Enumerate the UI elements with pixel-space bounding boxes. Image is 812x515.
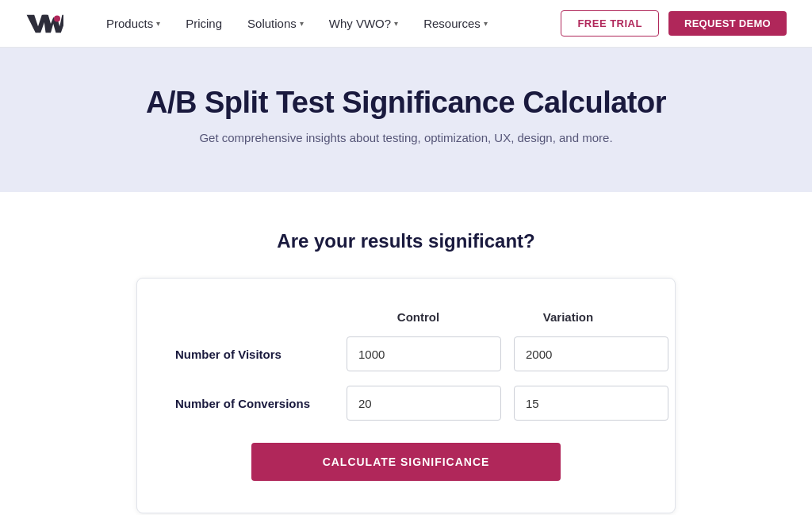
calculator-card: Control Variation Number of Visitors Num… — [136, 278, 676, 513]
hero-subtitle: Get comprehensive insights about testing… — [25, 131, 787, 144]
nav-item-resources[interactable]: Resources ▾ — [412, 0, 499, 48]
main-content: Are your results significant? Control Va… — [0, 192, 812, 515]
chevron-down-icon-solutions: ▾ — [300, 19, 304, 28]
nav-item-products[interactable]: Products ▾ — [95, 0, 171, 48]
nav-item-pricing[interactable]: Pricing — [174, 0, 233, 48]
visitors-row: Number of Visitors — [175, 336, 637, 371]
nav-item-solutions[interactable]: Solutions ▾ — [236, 0, 315, 48]
navbar: Products ▾ Pricing Solutions ▾ Why VWO? … — [0, 0, 812, 48]
logo[interactable] — [25, 11, 63, 37]
visitors-label: Number of Visitors — [175, 348, 334, 361]
conversions-row: Number of Conversions — [175, 386, 637, 421]
main-nav: Products ▾ Pricing Solutions ▾ Why VWO? … — [95, 0, 561, 48]
free-trial-button[interactable]: FREE TRIAL — [561, 10, 659, 37]
chevron-down-icon-why: ▾ — [394, 19, 398, 28]
section-heading: Are your results significant? — [277, 230, 534, 252]
svg-point-2 — [54, 15, 60, 21]
svg-marker-1 — [43, 14, 63, 32]
chevron-down-icon: ▾ — [156, 19, 160, 28]
nav-item-why-vwo[interactable]: Why VWO? ▾ — [318, 0, 409, 48]
navbar-actions: FREE TRIAL REQUEST DEMO — [561, 10, 787, 37]
calc-button-row: CALCULATE SIGNIFICANCE — [175, 443, 637, 481]
request-demo-button[interactable]: REQUEST DEMO — [668, 11, 787, 36]
conversions-label: Number of Conversions — [175, 397, 334, 410]
variation-conversions-input[interactable] — [514, 386, 668, 421]
col-header-variation: Variation — [500, 310, 637, 324]
nav-label-solutions: Solutions — [247, 17, 297, 30]
nav-label-why-vwo: Why VWO? — [329, 17, 391, 30]
variation-visitors-input[interactable] — [514, 336, 668, 371]
col-header-control: Control — [350, 310, 487, 324]
control-visitors-input[interactable] — [347, 336, 501, 371]
calculate-significance-button[interactable]: CALCULATE SIGNIFICANCE — [251, 443, 561, 481]
control-conversions-input[interactable] — [347, 386, 501, 421]
calc-header-row: Control Variation — [175, 310, 637, 324]
hero-section: A/B Split Test Significance Calculator G… — [0, 48, 812, 192]
nav-label-pricing: Pricing — [186, 17, 222, 30]
page-title: A/B Split Test Significance Calculator — [25, 86, 787, 120]
nav-label-products: Products — [106, 17, 153, 30]
chevron-down-icon-resources: ▾ — [484, 19, 488, 28]
nav-label-resources: Resources — [423, 17, 481, 30]
